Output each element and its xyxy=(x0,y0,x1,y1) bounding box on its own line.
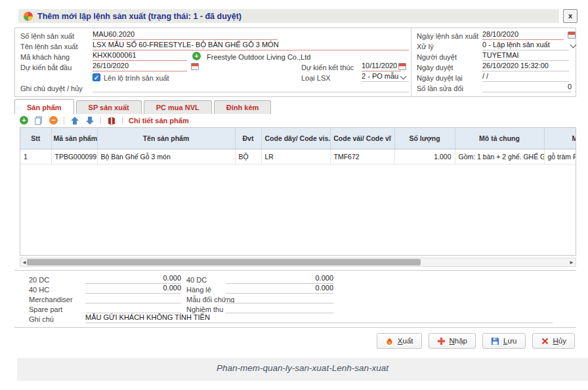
grid-header-row: Stt Mã sản phẩm Tên sản phẩm Đvt Code dâ… xyxy=(20,128,576,149)
grid-toolbar: + − Chi tiết sản ph xyxy=(20,115,189,126)
scroll-right-icon[interactable]: ► xyxy=(569,260,574,265)
20dc-label: 20 DC xyxy=(29,276,49,285)
xu-ly-select[interactable]: 0 - Lập lệnh sản xuất xyxy=(482,41,569,50)
summary-panel: 20 DC 0.000 40 DC 0.000 40 HC 0.000 Hàng… xyxy=(14,270,576,328)
col-code-vai: Code vải/ Code vĩ xyxy=(330,128,394,149)
chevron-down-icon[interactable] xyxy=(570,42,577,49)
tab-san-pham[interactable]: Sản phẩm xyxy=(14,99,74,114)
flame-icon xyxy=(385,337,394,345)
40hc-field[interactable]: 0.000 xyxy=(85,284,181,294)
book-icon[interactable] xyxy=(107,116,116,125)
ghi-chu-label: Ghi chú xyxy=(29,315,54,324)
calendar-icon[interactable] xyxy=(568,31,576,39)
move-down-icon[interactable] xyxy=(85,116,94,125)
products-grid: Stt Mã sản phẩm Tên sản phẩm Đvt Code dâ… xyxy=(20,127,576,256)
col-code-day: Code dây/ Code vis. cod xyxy=(261,128,330,149)
nguoi-duyet-field[interactable]: TUYETMAI xyxy=(482,51,569,61)
horizontal-scrollbar[interactable]: ◄ ► xyxy=(20,258,576,267)
so-lenh-label: Số lệnh sản xuất xyxy=(20,32,74,41)
dialog-titlebar: Thêm mới lập lệnh sản xuất (trạng thái: … xyxy=(18,9,559,23)
plus-icon xyxy=(437,337,446,345)
tab-pc-mua-nvl[interactable]: PC mua NVL xyxy=(144,100,212,114)
cell-so-luong: 1.000 xyxy=(394,149,455,164)
spare-part-label: Spare part xyxy=(29,305,62,315)
ngay-duyet-label: Ngày duyệt xyxy=(417,64,453,73)
cell-ten-san-pham: Bộ Bàn Ghế Gỗ 3 món xyxy=(97,149,235,164)
ghi-chu-field[interactable]: MẪU GỬI KHÁCH KHÔNG TÍNH TIỀN xyxy=(85,313,553,323)
ngay-duyet-field[interactable]: 26/10/2020 15:32:00 xyxy=(482,62,569,71)
lo-trinh-checkbox-label[interactable]: Lên lộ trình sản xuất xyxy=(104,74,169,82)
ma-kh-field[interactable]: KHXK000061 xyxy=(93,51,187,61)
ngay-duyet-lai-field[interactable]: / / xyxy=(482,72,569,82)
du-kien-bat-dau-label: Dự kiến bắt đầu xyxy=(20,64,72,73)
remove-row-icon[interactable]: − xyxy=(49,116,58,125)
20dc-field[interactable]: 0.000 xyxy=(85,274,181,284)
tab-dinh-kem[interactable]: Đính kèm xyxy=(214,100,272,114)
calendar-icon[interactable] xyxy=(191,63,199,70)
ngay-lenh-label: Ngày lệnh sản xuất xyxy=(417,32,478,41)
ngay-lenh-field[interactable]: 28/10/2020 xyxy=(482,30,564,40)
app-icon xyxy=(24,12,33,21)
cell-mo-ta-chung: Gồm: 1 bàn + 2 ghế. GHẾ GIA xyxy=(455,149,544,164)
ghi-chu-duyet-field[interactable] xyxy=(93,83,409,92)
cell-code-vai: TMF672 xyxy=(330,149,394,164)
order-header-form: Số lệnh sản xuất MAU60.2020 Ngày lệnh sả… xyxy=(14,28,576,97)
ngay-duyet-lai-label: Ngày duyệt lại xyxy=(417,74,463,83)
products-panel: + − Chi tiết sản ph xyxy=(14,114,576,269)
col-dvt: Đvt xyxy=(235,128,261,149)
cell-ma-san-pham: TPBG000099 xyxy=(51,149,97,164)
cell-stt: 1 xyxy=(20,149,51,164)
du-kien-bat-dau-field[interactable]: 26/10/2020 xyxy=(93,62,187,71)
ten-lenh-field[interactable]: LSX MẪU SỐ 60-FREESTYLE- BỘ BÀN GHẾ GỖ 3… xyxy=(93,41,409,50)
col-truncated: M xyxy=(544,128,576,149)
col-ten-san-pham: Tên sản phẩm xyxy=(97,128,235,149)
toolbar-separator xyxy=(122,117,123,125)
so-lan-sua-label: Số lần sửa đổi xyxy=(417,85,463,94)
cancel-button[interactable]: Hủy xyxy=(532,333,575,349)
x-icon xyxy=(541,337,549,345)
col-mo-ta-chung: Mô tả chung xyxy=(455,128,544,149)
table-row[interactable]: 1 TPBG000099 Bộ Bàn Ghế Gỗ 3 món BỘ LR T… xyxy=(20,149,576,164)
so-lenh-field[interactable]: MAU60.2020 xyxy=(93,30,278,40)
mau-doi-chung-field[interactable] xyxy=(226,294,333,303)
40dc-label: 40 DC xyxy=(186,276,207,285)
move-up-icon[interactable] xyxy=(70,116,79,125)
col-stt: Stt xyxy=(20,128,51,149)
so-lan-sua-field[interactable]: 0 xyxy=(482,83,572,92)
toolbar-separator xyxy=(100,117,101,125)
action-buttons: Xuất Nhập Lưu xyxy=(377,333,575,349)
nghiem-thu-field[interactable] xyxy=(226,303,333,313)
import-button[interactable]: Nhập xyxy=(429,333,476,349)
checkbox-checked-icon[interactable]: ✓ xyxy=(93,73,100,81)
copy-document-icon[interactable] xyxy=(34,116,43,125)
scroll-left-icon[interactable]: ◄ xyxy=(22,260,27,265)
ma-kh-label: Mã khách hàng xyxy=(20,53,70,62)
dialog-title: Thêm mới lập lệnh sản xuất (trạng thái: … xyxy=(37,12,242,21)
cell-code-day: LR xyxy=(261,149,330,164)
cell-truncated: gỗ tràm F xyxy=(544,149,576,164)
product-detail-link[interactable]: Chi tiết sản phẩm xyxy=(129,117,189,125)
hang-le-label: Hàng lẻ xyxy=(186,286,211,295)
tab-sp-san-xuat[interactable]: SP sản xuất xyxy=(76,100,142,114)
scrollbar-thumb[interactable] xyxy=(27,259,421,265)
add-customer-icon[interactable]: + xyxy=(192,52,201,60)
40dc-field[interactable]: 0.000 xyxy=(226,274,333,284)
du-kien-ket-thuc-label: Dự kiến kết thúc xyxy=(301,64,354,73)
du-kien-ket-thuc-field[interactable]: 10/11/2020 xyxy=(362,62,401,71)
nguoi-duyet-label: Người duyệt xyxy=(417,53,457,62)
col-so-luong: Số lượng xyxy=(394,128,455,149)
calendar-icon[interactable] xyxy=(398,63,406,70)
ghi-chu-duyet-label: Ghi chú duyệt / hủy xyxy=(20,85,83,94)
merchandiser-field[interactable] xyxy=(85,294,181,303)
add-row-icon[interactable]: + xyxy=(20,116,28,125)
caption-text: Phan-mem-quan-ly-san-xuat-Lenh-san-xuat xyxy=(17,363,588,373)
loai-lsx-label: Loại LSX xyxy=(301,74,331,83)
save-button[interactable]: Lưu xyxy=(482,333,526,349)
close-icon[interactable]: x xyxy=(563,9,578,23)
spare-part-field[interactable] xyxy=(85,303,181,313)
merchandiser-label: Merchandiser xyxy=(29,296,73,305)
export-button[interactable]: Xuất xyxy=(377,333,422,349)
tab-strip: Sản phẩm SP sản xuất PC mua NVL Đính kèm xyxy=(14,99,273,114)
hang-le-field[interactable]: 0.000 xyxy=(226,284,333,294)
caption-band: Phan-mem-quan-ly-san-xuat-Lenh-san-xuat xyxy=(17,358,588,381)
